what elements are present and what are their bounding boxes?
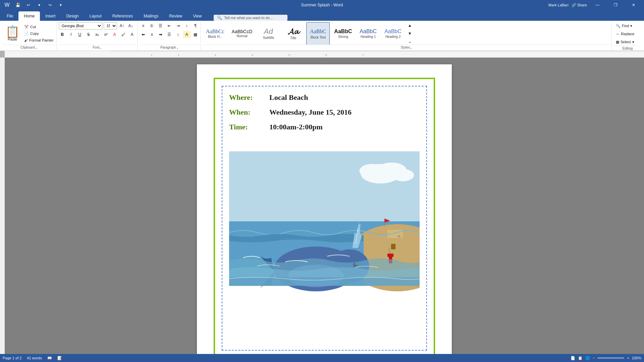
sort-button[interactable]: ↕	[183, 22, 191, 29]
close-button[interactable]: ✕	[626, 0, 641, 10]
style-heading1[interactable]: AaBbC Heading 1	[357, 22, 380, 45]
bold-button[interactable]: B	[59, 31, 66, 38]
customize-qat[interactable]: ▾	[56, 1, 65, 9]
title-left: W 💾 ↩ ▾ ↪ ▾	[0, 1, 65, 9]
align-left-button[interactable]: ⬅	[140, 31, 147, 38]
find-button[interactable]: 🔍 Find ▾	[614, 22, 634, 29]
left-margin	[0, 58, 5, 354]
justify-button[interactable]: ☰	[166, 31, 173, 38]
save-button[interactable]: 💾	[13, 1, 22, 9]
zoom-in-button[interactable]: +	[627, 356, 629, 360]
style-block-heading-label: Block H...	[208, 35, 222, 39]
svg-rect-12	[381, 226, 383, 228]
web-layout-icon[interactable]: 🌐	[585, 356, 590, 360]
time-value: 10:00am-2:00pm	[269, 123, 323, 131]
document-area[interactable]: Where: Local Beach When: Wednesday, June…	[5, 58, 644, 354]
search-bar[interactable]: 🔍 Tell me what you want to do...	[214, 15, 287, 21]
statusbar-right: 📄 📋 🌐 − + 100%	[571, 356, 641, 360]
clipboard-expand-icon[interactable]: ⌞	[36, 46, 37, 49]
tab-design[interactable]: Design	[61, 11, 84, 21]
tab-mailings[interactable]: Mailings	[138, 11, 164, 21]
print-layout-icon[interactable]: 📋	[578, 356, 583, 360]
share-button[interactable]: 🔗 Share	[572, 3, 587, 7]
font-size-select[interactable]: 15	[104, 22, 117, 29]
style-heading2-preview: AaBbC	[384, 28, 401, 35]
line-spacing-button[interactable]: ↕	[174, 31, 182, 38]
tab-view[interactable]: View	[188, 11, 207, 21]
text-color-button[interactable]: A	[111, 31, 118, 38]
show-formatting-button[interactable]: ¶	[192, 22, 199, 29]
cut-button[interactable]: ✂️ Cut	[23, 24, 55, 30]
style-block-heading[interactable]: AaBbCc Block H...	[203, 22, 227, 45]
borders-button[interactable]: ▦	[192, 31, 199, 38]
zoom-slider[interactable]	[597, 357, 624, 359]
increase-indent-button[interactable]: ⇥	[174, 22, 182, 29]
style-heading1-label: Heading 1	[361, 35, 376, 39]
decrease-font-button[interactable]: A↓	[127, 22, 135, 29]
restore-button[interactable]: ❐	[608, 0, 623, 10]
zoom-percent[interactable]: 100%	[632, 356, 641, 360]
align-center-button[interactable]: ≡	[148, 31, 156, 38]
italic-button[interactable]: I	[67, 31, 75, 38]
numbering-button[interactable]: ①	[148, 22, 156, 29]
style-block-text[interactable]: AaBbC Block Text	[306, 22, 330, 45]
font-group: Georgia (Bod 15 A↑ A↓ B I U S̶ x₂ x² A 🖊…	[57, 21, 138, 50]
styles-scroll-up[interactable]: ▲	[406, 22, 414, 29]
beach-illustration: ✛	[229, 138, 420, 299]
format-painter-button[interactable]: 🖌 Format Painter	[23, 38, 55, 43]
align-right-button[interactable]: ➡	[157, 31, 164, 38]
increase-font-button[interactable]: A↑	[118, 22, 126, 29]
tab-review[interactable]: Review	[164, 11, 187, 21]
cut-icon: ✂️	[24, 25, 29, 29]
font-expand-icon[interactable]: ⌞	[100, 46, 102, 49]
strikethrough-button[interactable]: S̶	[85, 31, 92, 38]
redo-button[interactable]: ↪	[46, 1, 54, 9]
highlight-button[interactable]: 🖊	[120, 31, 127, 38]
shading-button[interactable]: A	[183, 31, 191, 38]
undo-dropdown[interactable]: ▾	[35, 1, 44, 9]
zoom-out-button[interactable]: −	[593, 356, 595, 360]
find-dropdown[interactable]: ▾	[630, 24, 632, 28]
svg-rect-22	[387, 253, 393, 257]
titlebar: W 💾 ↩ ▾ ↪ ▾ Summer Splash - Word Mark La…	[0, 0, 644, 10]
multilevel-list-button[interactable]: ☰	[157, 22, 164, 29]
tab-home[interactable]: Home	[18, 11, 40, 21]
spellcheck-icon[interactable]: 📖	[47, 356, 52, 360]
styles-more[interactable]: ⌄	[406, 38, 414, 45]
svg-rect-14	[386, 226, 387, 228]
clipboard-group: 📋 Paste ✂️ Cut 📄 Copy 🖌 Format Painter	[1, 21, 57, 50]
style-strong[interactable]: AaBbC Strong	[331, 22, 355, 45]
style-heading2-label: Heading 2	[385, 35, 401, 39]
underline-button[interactable]: U	[76, 31, 84, 38]
style-heading2[interactable]: AaBbC Heading 2	[381, 22, 405, 45]
paragraph-expand-icon[interactable]: ⌞	[177, 46, 178, 49]
read-mode-icon[interactable]: 📄	[571, 356, 575, 360]
tab-layout[interactable]: Layout	[84, 11, 107, 21]
copy-button[interactable]: 📄 Copy	[23, 31, 55, 37]
styles-group: AaBbCc Block H... AaBbCcD Normal Ad Subt…	[202, 21, 612, 50]
subscript-button[interactable]: x₂	[94, 31, 101, 38]
tab-references[interactable]: References	[107, 11, 138, 21]
style-subtitle[interactable]: Ad Subtitle	[257, 22, 280, 45]
bullets-button[interactable]: ≡	[140, 22, 147, 29]
select-button[interactable]: ▦ Select ▾	[614, 38, 636, 46]
tab-insert[interactable]: Insert	[40, 11, 61, 21]
superscript-button[interactable]: x²	[102, 31, 110, 38]
style-title[interactable]: 𝓐𝓪 Title	[281, 22, 305, 45]
styles-expand-icon[interactable]: ⌞	[411, 46, 412, 49]
paste-button[interactable]: 📋 Paste	[3, 22, 22, 45]
track-changes-icon[interactable]: 📝	[57, 356, 62, 360]
replace-button[interactable]: ↔ Replace	[614, 30, 636, 38]
style-strong-label: Strong	[338, 35, 348, 39]
undo-button[interactable]: ↩	[24, 1, 33, 9]
select-dropdown[interactable]: ▾	[632, 40, 634, 44]
style-normal[interactable]: AaBbCcD Normal	[229, 22, 255, 45]
styles-scroll-down[interactable]: ▼	[406, 30, 414, 37]
tab-file[interactable]: File	[1, 11, 18, 21]
minimize-button[interactable]: —	[590, 0, 605, 10]
font-name-select[interactable]: Georgia (Bod	[59, 22, 102, 29]
word-icon: W	[3, 1, 11, 9]
search-placeholder: Tell me what you want to do...	[224, 16, 273, 20]
decrease-indent-button[interactable]: ⇤	[166, 22, 173, 29]
font-color-button[interactable]: A	[128, 31, 136, 38]
